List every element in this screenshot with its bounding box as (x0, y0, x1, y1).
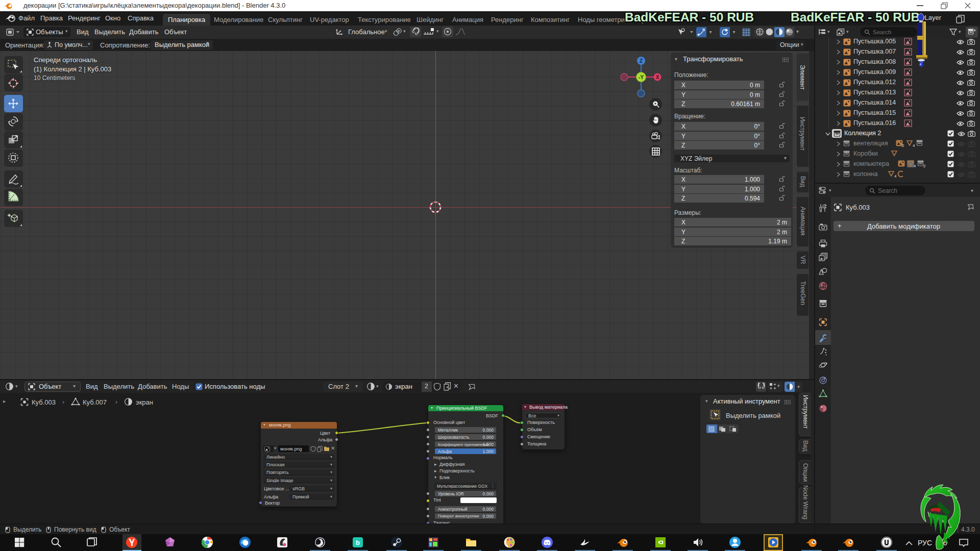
svg-text:2: 2 (923, 164, 926, 168)
svg-text:4: 4 (894, 174, 896, 178)
svg-text:4: 4 (914, 164, 916, 168)
svg-text:Z: Z (640, 58, 643, 64)
svg-text:2: 2 (902, 143, 904, 147)
svg-text:4: 4 (913, 143, 915, 147)
svg-text:X: X (656, 74, 659, 80)
svg-text:b: b (356, 539, 360, 546)
svg-text:-Y: -Y (639, 74, 644, 80)
